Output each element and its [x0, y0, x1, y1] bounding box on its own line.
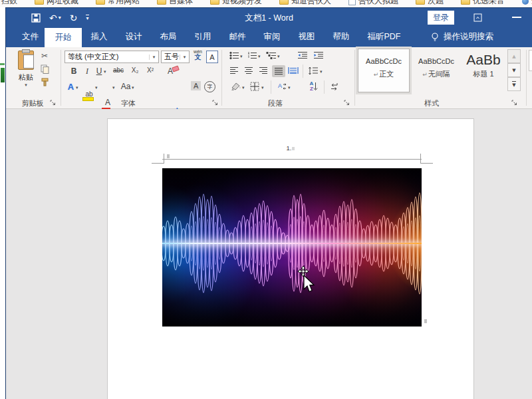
tab-references[interactable]: 引用: [186, 31, 220, 43]
tab-help[interactable]: 帮助: [324, 31, 358, 43]
text-effects-dropdown[interactable]: ▾: [76, 85, 78, 90]
bookmark-label: 常用网站: [108, 0, 140, 7]
text-effects-button[interactable]: A: [66, 82, 76, 92]
font-color-dropdown[interactable]: ▾: [112, 85, 115, 90]
bullets-dropdown[interactable]: ▾: [240, 54, 243, 59]
multilevel-dropdown[interactable]: ▾: [277, 54, 280, 59]
phonetic-guide-button[interactable]: wén 文: [192, 49, 204, 65]
character-shading-button[interactable]: A: [191, 81, 201, 90]
soundwave-image[interactable]: [162, 168, 422, 327]
align-center-button[interactable]: [244, 66, 253, 74]
font-name-combo[interactable]: 等线 (中文正文) ▾: [65, 51, 159, 63]
cut-button[interactable]: ✂: [41, 51, 48, 61]
bookmark-item[interactable]: 网址收藏: [35, 0, 78, 7]
document-page[interactable]: 1.: [107, 118, 474, 399]
underline-button[interactable]: U: [94, 66, 104, 76]
align-left-button[interactable]: [229, 66, 239, 74]
folder-icon: [157, 0, 166, 5]
character-border-button[interactable]: A: [206, 51, 218, 63]
asian-layout-dropdown[interactable]: ▾: [288, 85, 291, 90]
decrease-indent-button[interactable]: [297, 51, 308, 60]
style-card-no-spacing[interactable]: AaBbCcDc ↵无间隔: [412, 49, 461, 92]
line-spacing-button[interactable]: [308, 66, 319, 75]
strikethrough-button[interactable]: abc: [111, 66, 126, 74]
increase-indent-button[interactable]: [313, 51, 324, 60]
page-icon: [348, 0, 356, 5]
style-card-normal[interactable]: AaBbCcDc ↵正文: [358, 49, 409, 92]
justify-button-selected[interactable]: [272, 65, 285, 77]
more-styles-button[interactable]: ▼: [507, 77, 521, 91]
bullets-button[interactable]: [229, 51, 239, 60]
clipboard-dialog-launcher[interactable]: [50, 100, 57, 106]
subscript-button[interactable]: X₂: [129, 66, 141, 74]
scroll-down-button[interactable]: ▼: [507, 63, 521, 77]
waveform-center-line: [162, 243, 422, 244]
tab-layout[interactable]: 布局: [151, 31, 186, 43]
font-size-combo[interactable]: 五号 ▾: [161, 51, 190, 63]
shading-dropdown[interactable]: ▾: [242, 85, 245, 90]
bookmark-item[interactable]: 知道合伙人: [279, 0, 331, 7]
numbering-dropdown[interactable]: ▾: [258, 54, 261, 59]
font-dialog-launcher[interactable]: [212, 100, 219, 106]
enclose-characters-button[interactable]: 字: [204, 81, 215, 92]
scroll-up-button[interactable]: ▲: [507, 49, 521, 63]
align-right-button[interactable]: [259, 66, 268, 74]
bookmark-item[interactable]: 自媒体: [157, 0, 193, 7]
tab-review[interactable]: 审阅: [255, 31, 289, 43]
bookmark-item[interactable]: 优选采音: [461, 0, 505, 7]
title-bar[interactable]: ↶ ▾ ↻ ▾ 文档1 - Word 登录: [6, 7, 532, 27]
bookmark-item[interactable]: 短视频分发: [210, 0, 262, 7]
bookmark-item[interactable]: 合伙人拟题: [348, 0, 398, 7]
tab-foxit-pdf[interactable]: 福昕PDF: [358, 31, 410, 43]
sort-button[interactable]: A Z: [307, 81, 321, 92]
ribbon-display-icon: [473, 13, 482, 22]
highlight-dropdown[interactable]: ▾: [95, 85, 98, 90]
tab-mailings[interactable]: 邮件: [220, 31, 255, 43]
tab-design[interactable]: 设计: [116, 31, 151, 43]
borders-dropdown[interactable]: ▾: [261, 85, 264, 90]
copy-button[interactable]: [41, 65, 49, 74]
bookmark-item[interactable]: 知道: [522, 0, 532, 7]
tell-me-search[interactable]: 操作说明搜索: [430, 27, 493, 47]
styles-dialog-launcher[interactable]: [511, 100, 518, 106]
highlight-color-button[interactable]: ab: [84, 90, 94, 98]
body-text-line[interactable]: 1.: [108, 144, 473, 152]
numbering-button[interactable]: [247, 51, 257, 60]
show-hide-marks-button[interactable]: [329, 82, 339, 91]
background-fragment: [0, 63, 5, 65]
bookmark-item[interactable]: 次题: [416, 0, 444, 7]
italic-button[interactable]: I: [82, 66, 92, 76]
clear-formatting-button[interactable]: A: [166, 66, 175, 76]
tab-insert[interactable]: 插入: [82, 31, 116, 43]
distribute-button[interactable]: [288, 66, 299, 74]
tab-view[interactable]: 视图: [289, 31, 324, 43]
minimize-button[interactable]: [512, 17, 521, 18]
arrow-pointer-icon: [304, 275, 314, 292]
style-card-heading1[interactable]: AaBb 标题 1: [462, 49, 505, 92]
tab-file[interactable]: 文件: [13, 27, 48, 47]
tab-home-active[interactable]: 开始: [45, 28, 82, 47]
multilevel-list-button[interactable]: [266, 51, 277, 60]
superscript-button[interactable]: X²: [144, 66, 156, 74]
sign-in-button[interactable]: 登录: [428, 11, 454, 25]
bookmark-item[interactable]: 常用网站: [96, 0, 140, 7]
font-group-label: 字体: [62, 98, 195, 108]
line-spacing-dropdown[interactable]: ▾: [320, 69, 323, 74]
change-case-button[interactable]: Aa: [120, 82, 132, 91]
ribbon-display-options-button[interactable]: [473, 13, 483, 23]
change-case-dropdown[interactable]: ▾: [132, 85, 134, 90]
bookmark-item[interactable]: 挡数: [1, 0, 17, 7]
shading-button[interactable]: [231, 82, 241, 91]
bold-button[interactable]: B: [68, 66, 79, 76]
underline-dropdown[interactable]: ▾: [104, 69, 106, 74]
style-preview: AaBbCcDc: [358, 57, 409, 65]
asian-layout-button[interactable]: A: [276, 82, 287, 91]
style-name: 正文: [379, 70, 394, 78]
borders-button[interactable]: [250, 82, 259, 91]
paste-button[interactable]: 粘贴 ▾: [14, 51, 38, 96]
move-cursor-icon: [298, 266, 309, 277]
format-painter-button[interactable]: [41, 78, 49, 86]
document-canvas[interactable]: 1.: [6, 109, 532, 399]
paragraph-dialog-launcher[interactable]: [344, 100, 350, 106]
globe-icon: [522, 0, 529, 5]
